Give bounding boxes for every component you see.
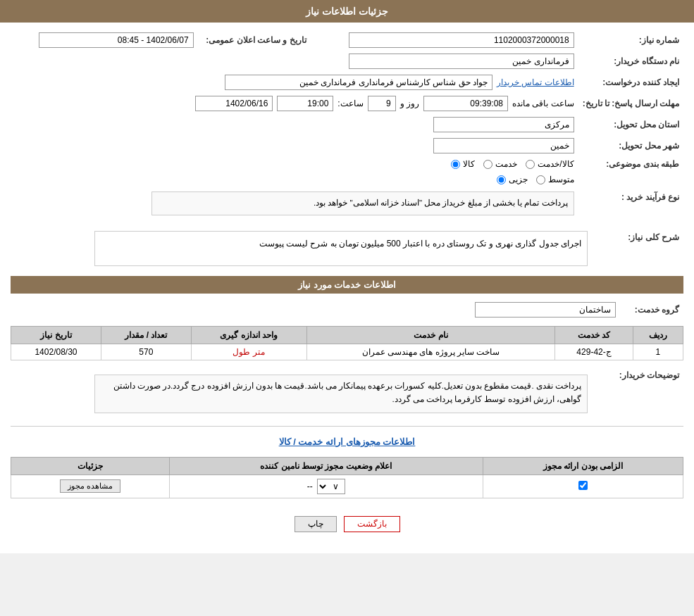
services-header-row: ردیف کد خدمت نام خدمت واحد اندازه گیری ت… bbox=[11, 326, 683, 344]
col-elzami: الزامی بودن ارائه مجوز bbox=[483, 457, 683, 474]
buyer-notice-table: توضیحات خریدار: پرداخت نقدی .قیمت مقطوع … bbox=[11, 367, 683, 420]
radio-mottavasset-item: متوسط bbox=[536, 175, 574, 184]
cell-tedad: 570 bbox=[101, 344, 191, 360]
ostan-label: استان محل تحویل: bbox=[578, 114, 683, 135]
sharh-label: شرح کلی نیاز: bbox=[592, 228, 683, 269]
tarikh-label: مهلت ارسال پاسخ: تا تاریخ: bbox=[578, 93, 683, 114]
cell-radif: 1 bbox=[633, 344, 683, 360]
cell-elam: ∨ -- bbox=[169, 474, 483, 498]
date-input[interactable] bbox=[195, 96, 273, 111]
row-farayand: نوع فرآیند خرید : متوسط جزیی bbox=[11, 172, 683, 222]
cell-kod: ج-42-429 bbox=[555, 344, 633, 360]
rooz-label: روز و bbox=[400, 99, 419, 108]
elzami-checkbox[interactable] bbox=[578, 481, 588, 490]
dastgah-value bbox=[11, 51, 578, 72]
saat-input[interactable] bbox=[277, 96, 333, 111]
row-shahr: شهر محل تحویل: bbox=[11, 135, 683, 156]
permits-link[interactable]: اطلاعات مجوزهای ارائه خدمت / کالا bbox=[11, 432, 683, 451]
buyer-notice-text: پرداخت نقدی .قیمت مقطوع بدون تعدیل.کلیه … bbox=[94, 375, 588, 413]
page-wrapper: جزئیات اطلاعات نیاز شماره نیاز: تاریخ و … bbox=[0, 0, 694, 553]
col-naam: نام خدمت bbox=[306, 326, 555, 344]
row-ostan: استان محل تحویل: bbox=[11, 114, 683, 135]
radio-kala-khedmat[interactable] bbox=[526, 160, 535, 169]
baqi-input[interactable] bbox=[423, 96, 508, 111]
cell-joziyat: مشاهده مجوز bbox=[11, 474, 170, 498]
farayand-content: متوسط جزیی پرداخت تمام یا بخشی از مبلغ خ… bbox=[11, 172, 578, 222]
shomara-label: شماره نیاز: bbox=[578, 30, 683, 51]
buyer-notice-label: توضیحات خریدار: bbox=[592, 367, 683, 420]
radio-mottavasset[interactable] bbox=[536, 175, 545, 184]
elam-select[interactable]: ∨ bbox=[317, 479, 345, 494]
contact-link[interactable]: اطلاعات تماس خریدار bbox=[497, 77, 574, 87]
radio-kala-label: کالا bbox=[463, 159, 475, 169]
row-sharh: شرح کلی نیاز: اجرای جدول گذاری نهری و تک… bbox=[11, 228, 683, 269]
ijad-input[interactable] bbox=[225, 75, 492, 90]
dastgah-label: نام دستگاه خریدار: bbox=[578, 51, 683, 72]
row-group: گروه خدمت: bbox=[11, 299, 683, 320]
services-table: ردیف کد خدمت نام خدمت واحد اندازه گیری ت… bbox=[11, 326, 683, 360]
radio-khedmat[interactable] bbox=[483, 160, 492, 169]
col-kod: کد خدمت bbox=[555, 326, 633, 344]
col-tarikh: تاریخ نیاز bbox=[11, 326, 101, 344]
shahr-label: شهر محل تحویل: bbox=[578, 135, 683, 156]
sharh-table: شرح کلی نیاز: اجرای جدول گذاری نهری و تک… bbox=[11, 228, 683, 269]
dastgah-input[interactable] bbox=[349, 54, 574, 69]
cell-elzami bbox=[483, 474, 683, 498]
buyer-notice-value: پرداخت نقدی .قیمت مقطوع بدون تعدیل.کلیه … bbox=[11, 367, 592, 420]
row-tabaqe: طبقه بندی موضوعی: کالا/خدمت خدمت bbox=[11, 156, 683, 172]
saat-label: ساعت: bbox=[337, 99, 363, 108]
header-title: جزئیات اطلاعات نیاز bbox=[306, 6, 388, 17]
radio-khedmat-label: خدمت bbox=[495, 159, 517, 169]
radio-mottavasset-label: متوسط bbox=[548, 175, 574, 184]
permits-header-row: الزامی بودن ارائه مجوز اعلام وضعیت مجوز … bbox=[11, 457, 683, 474]
col-elam: اعلام وضعیت مجوز توسط نامین کننده bbox=[169, 457, 483, 474]
radio-kala[interactable] bbox=[451, 160, 460, 169]
shomara-input[interactable] bbox=[349, 32, 574, 48]
tabaqe-radios: کالا/خدمت خدمت کالا bbox=[11, 156, 578, 172]
col-vahed: واحد اندازه گیری bbox=[191, 326, 306, 344]
row-ijad: ایجاد کننده درخواست: اطلاعات تماس خریدار bbox=[11, 72, 683, 93]
radio-kala-item: کالا bbox=[451, 159, 475, 169]
back-button[interactable]: بازگشت bbox=[344, 516, 400, 532]
tarikh-row: ساعت باقی مانده روز و ساعت: bbox=[11, 93, 578, 114]
ostan-input[interactable] bbox=[433, 117, 574, 132]
group-value bbox=[11, 299, 620, 320]
row-shomara: شماره نیاز: تاریخ و ساعت اعلان عمومی: bbox=[11, 30, 683, 51]
radio-khedmat-item: خدمت bbox=[483, 159, 517, 169]
radio-jozee[interactable] bbox=[497, 175, 506, 184]
info-table: شماره نیاز: تاریخ و ساعت اعلان عمومی: نا… bbox=[11, 30, 683, 222]
tarikh-elaan-value bbox=[11, 30, 198, 51]
main-content: شماره نیاز: تاریخ و ساعت اعلان عمومی: نا… bbox=[0, 23, 694, 553]
tarikh-elaan-input[interactable] bbox=[39, 32, 194, 48]
group-label: گروه خدمت: bbox=[620, 299, 683, 320]
page-header: جزئیات اطلاعات نیاز bbox=[0, 0, 694, 23]
radio-jozee-label: جزیی bbox=[509, 175, 528, 184]
services-section-title: اطلاعات خدمات مورد نیاز bbox=[11, 276, 683, 294]
print-button[interactable]: چاپ bbox=[295, 516, 337, 532]
tarikh-elaan-label: تاریخ و ساعت اعلان عمومی: bbox=[198, 30, 311, 51]
tabaqe-label: طبقه بندی موضوعی: bbox=[578, 156, 683, 172]
group-input[interactable] bbox=[475, 302, 616, 318]
radio-kala-khedmat-label: کالا/خدمت bbox=[538, 159, 574, 169]
ijad-label: ایجاد کننده درخواست: bbox=[578, 72, 683, 93]
view-permit-button[interactable]: مشاهده مجوز bbox=[60, 479, 120, 493]
col-tedad: تعداد / مقدار bbox=[101, 326, 191, 344]
notice-text: پرداخت تمام یا بخشی از مبلغ خریداز محل "… bbox=[151, 191, 574, 215]
row-tarikh: مهلت ارسال پاسخ: تا تاریخ: ساعت باقی مان… bbox=[11, 93, 683, 114]
table-row: ∨ -- مشاهده مجوز bbox=[11, 474, 683, 498]
radio-kala-khedmat-item: کالا/خدمت bbox=[526, 159, 574, 169]
col-radif: ردیف bbox=[633, 326, 683, 344]
sharh-value: اجرای جدول گذاری نهری و تک روستای دره با… bbox=[11, 228, 592, 269]
permits-table: الزامی بودن ارائه مجوز اعلام وضعیت مجوز … bbox=[11, 457, 683, 498]
shahr-input[interactable] bbox=[433, 138, 574, 153]
row-buyer-notice: توضیحات خریدار: پرداخت نقدی .قیمت مقطوع … bbox=[11, 367, 683, 420]
row-dastgah: نام دستگاه خریدار: bbox=[11, 51, 683, 72]
footer-buttons: بازگشت چاپ bbox=[11, 505, 683, 546]
cell-naam: ساخت سایر پروژه های مهندسی عمران bbox=[306, 344, 555, 360]
col-joziyat: جزئیات bbox=[11, 457, 170, 474]
baqi-label: ساعت باقی مانده bbox=[512, 99, 574, 108]
cell-vahed: متر طول bbox=[191, 344, 306, 360]
ostan-value bbox=[11, 114, 578, 135]
sharh-desc: اجرای جدول گذاری نهری و تک روستای دره با… bbox=[94, 231, 588, 266]
rooz-input[interactable] bbox=[368, 96, 396, 111]
